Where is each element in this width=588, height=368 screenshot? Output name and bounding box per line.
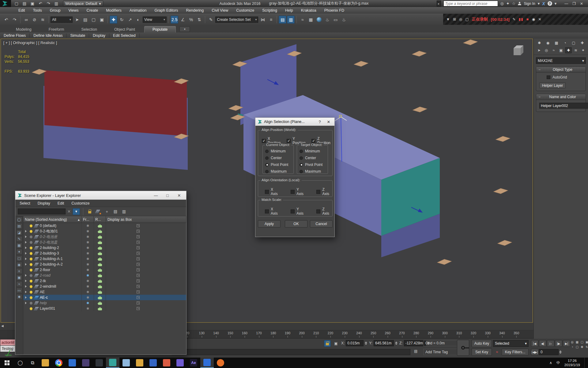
recorder-zoom-icon[interactable]: ◎ xyxy=(459,17,462,21)
renderable-teapot-icon[interactable] xyxy=(98,297,102,299)
panel-tab-icon[interactable]: ✚ xyxy=(579,40,586,46)
select-object-icon[interactable]: ➤ xyxy=(73,16,81,24)
renderable-teapot-icon[interactable] xyxy=(98,258,102,261)
category-icon[interactable]: ✚ xyxy=(565,47,572,53)
menu-item[interactable]: Phoenix FD xyxy=(324,8,344,13)
visibility-bulb-icon[interactable] xyxy=(30,296,32,299)
add-to-active-layer-icon[interactable]: ▤ xyxy=(112,208,119,215)
target-object-radio[interactable]: Pivot Point xyxy=(300,161,322,168)
edit-named-selection-icon[interactable]: ✎ xyxy=(207,16,215,24)
select-and-move-icon[interactable]: ✚ xyxy=(110,16,117,24)
cortana-icon[interactable]: ◯ xyxy=(14,358,26,368)
layer-row[interactable]: AE ✱ xyxy=(23,289,186,295)
layer-name[interactable]: 2-building-2 xyxy=(40,245,81,251)
layer-name[interactable]: 2-windmill xyxy=(40,284,81,289)
panel-tab-icon[interactable]: ◉ xyxy=(544,40,552,46)
zoom-icon[interactable]: ◎ xyxy=(570,340,574,344)
layer-name[interactable]: 2-building-3 xyxy=(40,251,81,256)
layer-explorer-toggle-icon[interactable]: ▤ xyxy=(279,16,286,24)
rollout-header[interactable]: − Name and Color xyxy=(536,94,586,100)
viewport-label[interactable]: [ + ] [ Orthographic ] [ Realistic ] xyxy=(3,41,57,45)
y-coordinate-field[interactable]: 645.561m xyxy=(374,340,394,346)
menu-item[interactable]: Rendering xyxy=(186,8,204,13)
layer-name[interactable]: help xyxy=(40,300,81,306)
rect-selection-region-icon[interactable]: ▢ xyxy=(90,16,97,24)
freeze-icon[interactable]: ✱ xyxy=(86,235,89,239)
freeze-icon[interactable]: ✱ xyxy=(86,257,89,261)
current-object-radio[interactable]: Pivot Point xyxy=(265,161,288,168)
zoom-extents-all-icon[interactable]: ▣ xyxy=(585,340,588,344)
explorer-title-bar[interactable]: Scene Explorer - Layer Explorer — □ ✕ xyxy=(15,191,186,200)
freeze-icon[interactable]: ✱ xyxy=(86,290,89,294)
ime-indicator[interactable]: 中 xyxy=(556,360,560,366)
ok-button[interactable]: OK xyxy=(285,220,307,228)
mirror-icon[interactable]: ⋈ xyxy=(259,16,266,24)
renderable-teapot-icon[interactable] xyxy=(98,269,102,272)
explorer-menu-item[interactable]: Customize xyxy=(71,201,89,205)
ribbon-tab[interactable]: Populate xyxy=(144,26,176,33)
category-icon[interactable]: ≈ xyxy=(550,47,557,53)
visibility-bulb-icon[interactable] xyxy=(30,274,32,277)
percent-snap-icon[interactable]: % xyxy=(187,16,195,24)
add-time-tag[interactable]: Add Time Tag xyxy=(423,349,462,355)
selection-lock-icon[interactable] xyxy=(324,340,331,347)
freeze-icon[interactable]: ✱ xyxy=(86,285,89,289)
display-as-box-icon[interactable] xyxy=(137,257,140,260)
explorer-side-icon[interactable]: ▢ xyxy=(16,255,22,261)
z-coordinate-field[interactable]: -127.428m xyxy=(404,340,426,346)
menu-item[interactable]: Krakatoa xyxy=(301,8,316,13)
target-object-radio[interactable]: Center xyxy=(300,155,322,161)
menu-item[interactable]: Graph Editors xyxy=(154,8,178,13)
trackbar-left-arrow-icon[interactable]: ◀ xyxy=(1,324,4,328)
bind-spacewarp-icon[interactable]: ≋ xyxy=(39,16,47,24)
expand-icon[interactable] xyxy=(25,247,27,249)
redo-button[interactable]: ↷ xyxy=(45,1,52,7)
frame-spinner[interactable] xyxy=(559,349,562,355)
layer-row[interactable]: 2-building-A-2 ✱ xyxy=(23,262,186,267)
current-object-radio[interactable]: Center xyxy=(265,155,288,161)
pan-hand-icon[interactable]: ✥ xyxy=(580,345,584,349)
match-scale-checkbox[interactable]: Z Axis xyxy=(316,207,332,216)
align-icon[interactable]: ≡ xyxy=(267,16,275,24)
zoom-all-icon[interactable]: ▦ xyxy=(575,340,579,344)
renderable-teapot-icon[interactable] xyxy=(98,253,102,255)
layer-row[interactable]: 0 (default) ✱ xyxy=(23,223,186,228)
panel-tab-icon[interactable]: ✱ xyxy=(536,40,543,46)
taskbar-icon-app1[interactable] xyxy=(79,358,92,368)
freeze-icon[interactable]: ✱ xyxy=(86,246,89,250)
x-coordinate-field[interactable]: 0.015m xyxy=(346,340,364,346)
plugin-dropdown[interactable]: MAX2AE ▾ xyxy=(536,57,586,64)
renderable-teapot-icon[interactable] xyxy=(98,242,102,244)
layer-row[interactable]: 2-tk ✱ xyxy=(23,278,186,284)
selection-filter-dropdown[interactable]: All▾ xyxy=(51,17,73,23)
renderable-teapot-icon[interactable] xyxy=(98,302,102,305)
explorer-menu-item[interactable]: Display xyxy=(38,201,50,205)
renderable-teapot-icon[interactable] xyxy=(98,286,102,288)
select-and-rotate-icon[interactable]: ↻ xyxy=(118,16,126,24)
name-column-header[interactable]: Name (Sorted Ascending)▴ xyxy=(23,216,81,223)
visibility-bulb-icon[interactable] xyxy=(30,285,32,288)
ribbon-tab[interactable]: Object Paint xyxy=(106,26,143,33)
expand-icon[interactable] xyxy=(25,263,27,266)
explorer-side-icon[interactable]: ✦ xyxy=(16,249,22,255)
explorer-close-button[interactable]: ✕ xyxy=(175,193,184,198)
cancel-button[interactable]: Cancel xyxy=(310,220,333,228)
layer-name[interactable]: Layer001 xyxy=(40,306,81,311)
layer-name[interactable]: 0-2-电池座 xyxy=(40,234,81,240)
expand-icon[interactable] xyxy=(25,302,27,304)
search-input[interactable] xyxy=(443,1,498,6)
category-icon[interactable]: ▣ xyxy=(558,47,564,53)
visibility-bulb-icon[interactable] xyxy=(30,302,32,305)
target-object-radio[interactable]: Minimum xyxy=(300,148,322,155)
renderable-teapot-icon[interactable] xyxy=(98,280,102,283)
taskbar-icon-folder[interactable] xyxy=(133,358,146,368)
layer-row[interactable]: help ✱ xyxy=(23,300,186,306)
recorder-close-icon[interactable]: ✕ xyxy=(538,17,541,21)
display-as-box-icon[interactable] xyxy=(137,285,140,288)
display-as-box-icon[interactable] xyxy=(137,230,140,233)
visibility-bulb-icon[interactable] xyxy=(30,263,32,266)
sign-in-button[interactable]: Sign In xyxy=(524,2,535,6)
search-history-icon[interactable]: ▸ xyxy=(437,1,441,6)
current-frame-field[interactable]: 0 xyxy=(539,349,559,355)
explorer-maximize-button[interactable]: □ xyxy=(163,193,172,198)
